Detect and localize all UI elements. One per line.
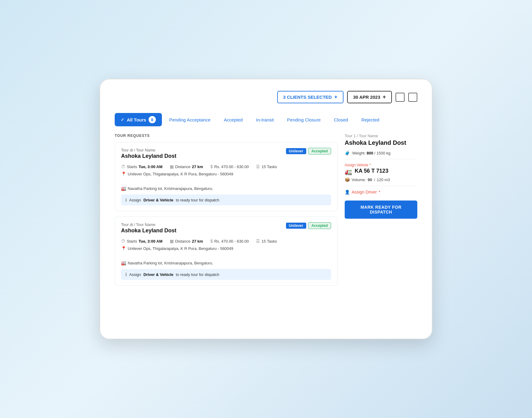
clock-icon-2: ⏱ [121, 239, 125, 244]
assign-vehicle-label: Assign Vehicle * [345, 163, 417, 167]
assign-driver-label: Assign Driver [352, 190, 377, 194]
tasks-icon: ☰ [256, 164, 260, 169]
tab-closed[interactable]: Closed [328, 114, 354, 125]
right-panel-vehicle-name: Ashoka Leyland Dost [345, 139, 417, 146]
clients-selected-button[interactable]: 3 CLIENTS SELECTED + [277, 91, 343, 103]
tour-1-status-badge: Accepted [308, 148, 331, 154]
price-icon-2: $ [210, 239, 213, 244]
header-row: 3 CLIENTS SELECTED + 30 APR 2023 + [115, 91, 417, 103]
tab-accepted[interactable]: Accepted [218, 114, 249, 125]
mark-ready-button[interactable]: MARK READY FOR DISPATCH [345, 201, 417, 219]
tour-2-name: Ashoka Leyland Dost [121, 227, 176, 234]
tasks-icon-2: ☰ [256, 239, 260, 244]
tour-1-distance: ▦ Distance 27 km [170, 164, 203, 169]
tab-accepted-label: Accepted [224, 117, 243, 122]
driver-icon: 👤 [345, 190, 350, 194]
price-icon: $ [210, 164, 213, 169]
origin-pin-icon: 📍 [121, 171, 126, 176]
assign-vehicle-section: Assign Vehicle * 🚛 KA 56 T 7123 📦 Volume… [345, 163, 417, 182]
dest-icon-2: 🏭 [121, 260, 126, 265]
tour-1-starts: ⏱ Starts Tue, 3:00 AM [121, 164, 163, 169]
left-panel: TOUR REQUESTS Tour di / Tour Name Ashoka… [115, 134, 337, 291]
tour-2-price: $ Rs. 470.00 - 630.00 [210, 239, 249, 244]
tab-pending-acceptance-label: Pending Acceptance [169, 117, 211, 122]
distance-icon-2: ▦ [170, 239, 174, 244]
tour-2-details: ⏱ Starts Tue, 3:00 AM ▦ Distance 27 km $… [121, 239, 331, 244]
clients-selected-label: 3 CLIENTS SELECTED [283, 95, 332, 100]
info-icon: ℹ [125, 197, 127, 202]
main-content: TOUR REQUESTS Tour di / Tour Name Ashoka… [115, 134, 417, 291]
tour-1-client-badge: Unilever [286, 148, 306, 154]
tour-1-origin: 📍 Unilever Ops, Thigalarapalya, K R Pura… [121, 171, 233, 176]
clients-plus-icon: + [334, 94, 337, 100]
check-icon: ✓ [121, 117, 124, 122]
date-button[interactable]: 30 APR 2023 + [347, 91, 392, 103]
tour-2-locations: 📍 Unilever Ops, Thigalarapalya, K R Pura… [121, 246, 331, 265]
tour-1-destination: 🏭 Navatha Parking lot, Krishnarajapura, … [121, 186, 213, 191]
tour-1-details: ⏱ Starts Tue, 3:00 AM ▦ Distance 27 km $… [121, 164, 331, 169]
tour-card-2-header: Tour di / Tour Name Ashoka Leyland Dost … [121, 222, 331, 237]
device-frame: 3 CLIENTS SELECTED + 30 APR 2023 + ✓ All… [100, 79, 432, 339]
tour-2-starts: ⏱ Starts Tue, 3:00 AM [121, 239, 163, 244]
assign-driver-row: 👤 Assign Driver * [345, 190, 417, 194]
tab-in-transit[interactable]: In-transit [250, 114, 280, 125]
clock-icon: ⏱ [121, 164, 125, 169]
tab-all-tours-label: All Tours [127, 117, 146, 122]
tour-1-price: $ Rs. 470.00 - 630.00 [210, 164, 249, 169]
volume-icon: 📦 [345, 177, 350, 182]
info-icon-2: ℹ [125, 272, 127, 277]
tour-card-1[interactable]: Tour di / Tour Name Ashoka Leyland Dost … [115, 142, 337, 211]
tour-card-2[interactable]: Tour di / Tour Name Ashoka Leyland Dost … [115, 217, 337, 286]
tour-1-tasks: ☰ 15 Tasks [256, 164, 277, 169]
tour-2-distance: ▦ Distance 27 km [170, 239, 203, 244]
tour-2-alert: ℹ Assign Driver & Vehicle to ready tour … [121, 269, 331, 280]
tour-1-locations: 📍 Unilever Ops, Thigalarapalya, K R Pura… [121, 171, 331, 191]
tour-1-alert: ℹ Assign Driver & Vehicle to ready tour … [121, 194, 331, 205]
tour-1-name: Ashoka Leyland Dost [121, 153, 176, 159]
tab-pending-acceptance[interactable]: Pending Acceptance [163, 114, 217, 125]
weight-label: Weight: 800 / 1500 kg [352, 151, 390, 155]
tour-2-tasks: ☰ 15 Tasks [256, 239, 277, 244]
divider-1 [345, 159, 417, 159]
tour-2-status-badge: Accepted [308, 222, 331, 229]
origin-pin-icon-2: 📍 [121, 246, 126, 251]
view-toggle-1[interactable] [396, 93, 405, 102]
dest-icon: 🏭 [121, 186, 126, 191]
date-label: 30 APR 2023 [353, 95, 380, 100]
truck-icon: 🚛 [345, 168, 352, 175]
distance-icon: ▦ [170, 164, 174, 169]
tab-rejected[interactable]: Rejected [355, 114, 385, 125]
tour-2-destination: 🏭 Navatha Parking lot, Krishnarajapura, … [121, 260, 213, 265]
tour-card-1-header: Tour di / Tour Name Ashoka Leyland Dost … [121, 148, 331, 162]
all-tours-badge: 8 [149, 116, 156, 123]
section-label: TOUR REQUESTS [115, 134, 337, 138]
tab-pending-closure[interactable]: Pending Closure [281, 114, 327, 125]
volume-row: 📦 Volume: 90 / 120 m3 [345, 177, 417, 182]
vehicle-number: KA 56 T 7123 [355, 168, 388, 174]
tour-2-badges: Unilever Accepted [286, 222, 331, 229]
tab-rejected-label: Rejected [361, 117, 379, 122]
tour-2-sub-label: Tour di / Tour Name [121, 222, 176, 227]
tab-all-tours[interactable]: ✓ All Tours 8 [115, 113, 162, 126]
right-panel-tour-ref: Tour 1 / Tour Name [345, 134, 417, 138]
tab-in-transit-label: In-transit [256, 117, 274, 122]
tour-1-badges: Unilever Accepted [286, 148, 331, 154]
required-asterisk: * [379, 190, 380, 194]
divider-2 [345, 186, 417, 186]
tab-closed-label: Closed [334, 117, 348, 122]
tabs-row: ✓ All Tours 8 Pending Acceptance Accepte… [115, 113, 417, 126]
view-toggle-2[interactable] [408, 93, 417, 102]
tour-2-client-badge: Unilever [286, 223, 306, 229]
right-panel-weight: 🧳 Weight: 800 / 1500 kg [345, 151, 417, 155]
date-plus-icon: + [383, 94, 386, 100]
tour-2-origin: 📍 Unilever Ops, Thigalarapalya, K R Pura… [121, 246, 233, 251]
weight-icon: 🧳 [345, 151, 350, 155]
tour-1-sub-label: Tour di / Tour Name [121, 148, 176, 152]
tab-pending-closure-label: Pending Closure [287, 117, 321, 122]
right-panel: Tour 1 / Tour Name Ashoka Leyland Dost 🧳… [345, 134, 417, 291]
